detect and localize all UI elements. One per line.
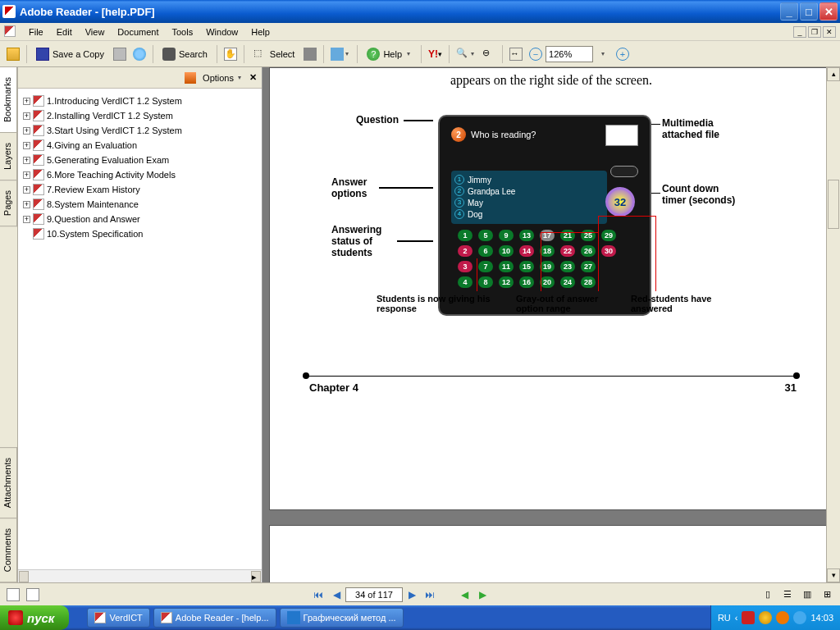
menu-tools[interactable]: Tools [166, 25, 200, 39]
bookmark-item[interactable]: +7.Review Exam History [21, 182, 258, 197]
start-button[interactable]: пуск [0, 605, 69, 630]
expand-icon[interactable]: + [23, 186, 30, 194]
menu-view[interactable]: View [79, 25, 112, 39]
student-cell: 19 [540, 261, 555, 272]
expand-icon[interactable]: + [23, 98, 30, 105]
print-button[interactable] [110, 44, 130, 64]
next-page-button[interactable]: ▶ [403, 586, 421, 604]
task-word[interactable]: Графический метод ... [280, 608, 404, 628]
view-cont[interactable]: ☰ [778, 586, 797, 604]
zoom-in-button[interactable]: 🔍▾ [453, 44, 479, 64]
zoom-plus-button[interactable]: + [613, 44, 632, 64]
binoculars-icon [162, 48, 176, 61]
expand-icon[interactable]: + [23, 157, 30, 164]
search-button[interactable]: Search [157, 44, 213, 64]
bookmark-item[interactable]: 10.System Specification [21, 226, 258, 241]
expand-icon[interactable]: + [23, 127, 30, 135]
pdf-icon [33, 199, 44, 210]
bookmark-item[interactable]: +6.More Teaching Activity Models [21, 167, 258, 182]
page-input[interactable] [345, 587, 403, 602]
bookmark-item[interactable]: +8.System Maintenance [21, 197, 258, 212]
maximize-button[interactable]: □ [800, 2, 818, 21]
scroll-up[interactable]: ▴ [827, 67, 840, 81]
tab-pages[interactable]: Pages [0, 180, 17, 226]
task-verdict[interactable]: VerdICT [87, 608, 149, 628]
system-tray[interactable]: RU ‹ 14:03 [710, 605, 840, 630]
first-page-button[interactable]: ⏮ [309, 586, 327, 604]
view-cont-facing[interactable]: ⊞ [817, 586, 837, 604]
minimize-button[interactable]: _ [780, 2, 798, 21]
h-scrollbar[interactable]: ▸ [18, 569, 262, 582]
select-tool-button[interactable]: ⬚Select [248, 44, 301, 64]
bookmark-item[interactable]: +1.Introducing VerdICT 1.2 System [21, 94, 258, 108]
expand-icon[interactable] [23, 231, 30, 238]
zoom-input[interactable] [546, 46, 593, 62]
options-menu[interactable]: Options▾ [203, 73, 243, 83]
student-cell: 5 [478, 230, 493, 241]
menu-bar: File Edit View Document Tools Window Hel… [0, 23, 840, 41]
layout-single[interactable] [3, 586, 23, 604]
save-copy-button[interactable]: Save a Copy [30, 44, 110, 64]
menu-window[interactable]: Window [199, 25, 244, 39]
pdf-icon [33, 154, 44, 166]
expand-icon[interactable]: + [23, 216, 30, 223]
student-cell: 30 [601, 245, 616, 257]
menu-edit[interactable]: Edit [50, 25, 79, 39]
close-pane-button[interactable]: ✕ [249, 72, 257, 83]
tab-comments[interactable]: Comments [0, 518, 17, 582]
search-label: Search [179, 49, 208, 59]
bookmark-tree[interactable]: +1.Introducing VerdICT 1.2 System+2.Inst… [18, 89, 262, 569]
camera-icon [304, 48, 317, 61]
expand-icon[interactable]: + [23, 171, 30, 179]
hand-tool-button[interactable]: ✋ [221, 44, 240, 64]
help-button[interactable]: ?Help▾ [361, 44, 418, 64]
ebook-button[interactable]: ▾ [327, 44, 354, 64]
document-area[interactable]: appears on the right side of the screen.… [262, 67, 840, 582]
tab-bookmarks[interactable]: Bookmarks [0, 66, 17, 133]
last-page-button[interactable]: ⏭ [421, 586, 439, 604]
folder-icon [7, 48, 20, 61]
menu-document[interactable]: Document [111, 25, 165, 39]
tab-attachments[interactable]: Attachments [0, 447, 17, 518]
tab-layers[interactable]: Layers [0, 132, 17, 180]
bookmark-item[interactable]: +2.Installing VerdICT 1.2 System [21, 108, 258, 123]
menu-file[interactable]: File [22, 25, 50, 39]
zoom-out-drag[interactable]: ⊖ [479, 44, 499, 64]
scroll-down[interactable]: ▾ [827, 568, 840, 582]
open-button[interactable] [3, 44, 23, 64]
back-button[interactable]: ◀ [455, 586, 473, 604]
scroll-thumb[interactable] [828, 180, 839, 229]
mdi-restore[interactable]: ❐ [808, 26, 821, 38]
clock[interactable]: 14:03 [810, 613, 833, 623]
expand-icon[interactable]: + [23, 142, 30, 149]
tray-icon[interactable] [742, 611, 755, 624]
expand-icon[interactable]: + [23, 201, 30, 208]
expand-icon[interactable]: + [23, 112, 30, 120]
yahoo-button[interactable]: Y!▾ [425, 44, 445, 64]
bookmark-item[interactable]: +4.Giving an Evaluation [21, 138, 258, 153]
menu-help[interactable]: Help [244, 25, 276, 39]
close-button[interactable]: ✕ [819, 2, 838, 21]
forward-button[interactable]: ▶ [473, 586, 491, 604]
view-single[interactable]: ▯ [758, 586, 778, 604]
email-button[interactable] [130, 44, 149, 64]
fit-width-button[interactable]: ↔ [506, 44, 526, 64]
language-indicator[interactable]: RU [718, 613, 731, 623]
tray-icon[interactable] [793, 611, 806, 624]
prev-page-button[interactable]: ◀ [327, 586, 345, 604]
bookmark-item[interactable]: +9.Question and Answer [21, 212, 258, 226]
tray-icon[interactable] [759, 611, 772, 624]
tray-icon[interactable] [776, 611, 789, 624]
pdf-page-next: ★ ⏻ ▮ application switch hint statistics… [269, 525, 833, 582]
mdi-min[interactable]: _ [793, 26, 806, 38]
layout-cont[interactable] [23, 586, 43, 604]
bookmark-item[interactable]: +5.Generating Evaluation Exam [21, 153, 258, 167]
zoom-out-button[interactable]: − [526, 44, 546, 64]
bookmark-item[interactable]: +3.Start Using VerdICT 1.2 System [21, 123, 258, 138]
view-facing[interactable]: ▥ [797, 586, 817, 604]
task-adobe[interactable]: Adobe Reader - [help... [153, 608, 276, 628]
student-cell: 4 [458, 276, 472, 288]
snapshot-button[interactable] [300, 44, 320, 64]
mdi-close[interactable]: ✕ [823, 26, 836, 38]
v-scrollbar[interactable]: ▴ ▾ [826, 67, 840, 582]
